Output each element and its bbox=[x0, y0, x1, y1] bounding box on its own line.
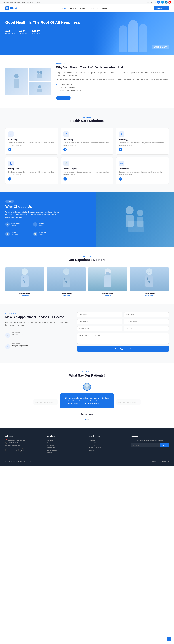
footer-link-1[interactable]: About Us bbox=[89, 439, 127, 442]
hero-image: Cardiology bbox=[92, 12, 174, 55]
doctor-card-1[interactable]: Doctor Name Department bbox=[5, 267, 44, 296]
youtube-icon[interactable]: ▶ bbox=[168, 1, 171, 4]
service-plus-3[interactable]: + bbox=[119, 148, 122, 151]
service-card-orthopedics[interactable]: ♿ Orthopedics Erat ipsum justo amet dua … bbox=[5, 157, 58, 184]
why-feature-title-4: 24 Hours bbox=[39, 232, 46, 234]
message-textarea[interactable] bbox=[77, 333, 169, 344]
footer-link-2[interactable]: Contact Us bbox=[89, 442, 127, 444]
nav-contact[interactable]: CONTACT bbox=[101, 7, 109, 9]
appointment-left: Appointment Make An Appointment To Visit… bbox=[5, 312, 71, 355]
appointment-nav-button[interactable]: Appointment bbox=[153, 6, 169, 10]
service-plus-5[interactable]: + bbox=[63, 177, 67, 180]
footer-address-col: Address 📍 123 Street, New York, USA 📞 +0… bbox=[5, 435, 43, 454]
hero-stats: 123 Expert Doctors 1234 Medical Staff 12… bbox=[5, 29, 87, 34]
newsletter-button[interactable]: Sign Up bbox=[160, 443, 169, 447]
svg-rect-28 bbox=[104, 275, 111, 287]
nav-service[interactable]: SERVICE bbox=[80, 7, 87, 9]
phone-details: Call Us Now +012 345 6789 bbox=[12, 332, 24, 339]
top-bar-right: +012 345 6789 f t in ▶ bbox=[146, 1, 171, 4]
service-card-laboratory[interactable]: Laboratory Erat ipsum justo amet dua es … bbox=[116, 157, 169, 184]
doctor-photo-inner-4 bbox=[130, 267, 169, 291]
linkedin-icon[interactable]: in bbox=[165, 1, 167, 4]
doctor-name-2: Doctor Name bbox=[47, 293, 86, 295]
about-img-top-placeholder bbox=[29, 68, 51, 81]
read-more-button[interactable]: Read More bbox=[56, 96, 71, 100]
doctor-photo-inner-2 bbox=[47, 267, 86, 291]
nav-about[interactable]: ABOUT bbox=[70, 7, 76, 9]
footer-link-5[interactable]: Support bbox=[89, 449, 127, 451]
check-icon-1: ✓ bbox=[56, 83, 58, 86]
footer-link-4[interactable]: Terms & Condition bbox=[89, 446, 127, 449]
laboratory-icon bbox=[119, 161, 124, 166]
about-content: About Us Why You Should Trust Us? Get Kn… bbox=[56, 63, 169, 100]
svg-point-26 bbox=[66, 281, 67, 283]
service-plus-2[interactable]: + bbox=[63, 148, 67, 151]
about-img-top bbox=[29, 68, 51, 81]
footer-service-3[interactable]: Neurology bbox=[47, 444, 85, 446]
footer-social: f t in ▶ bbox=[5, 448, 43, 452]
twitter-icon[interactable]: t bbox=[161, 1, 164, 4]
time-input[interactable] bbox=[124, 326, 169, 331]
svg-rect-13 bbox=[121, 163, 121, 164]
newsletter-input[interactable] bbox=[131, 443, 160, 447]
email-address: info@example.com bbox=[12, 344, 28, 347]
testimonial-dots bbox=[5, 419, 169, 420]
dental-icon: 🦷 bbox=[63, 161, 69, 166]
doctor-silhouette-icon bbox=[13, 74, 21, 90]
dot-1[interactable] bbox=[85, 419, 86, 420]
name-input[interactable] bbox=[77, 312, 122, 317]
doctor-card-2[interactable]: Doctor Name Department bbox=[47, 267, 86, 296]
service-card-pulmonary[interactable]: Pulmonary Erat ipsum justo amet dua es e… bbox=[61, 128, 113, 154]
location-icon: 📍 bbox=[5, 439, 7, 441]
footer-twitter-icon[interactable]: t bbox=[10, 448, 14, 452]
mobile-input[interactable] bbox=[77, 319, 122, 324]
footer-service-4[interactable]: Orthopedics bbox=[47, 446, 85, 449]
svg-rect-9 bbox=[38, 89, 42, 92]
book-appointment-button[interactable]: Book Appointment bbox=[77, 346, 169, 352]
footer-linkedin-icon[interactable]: in bbox=[15, 448, 19, 452]
footer-service-6[interactable]: Laboratory bbox=[47, 451, 85, 454]
footer-service-5[interactable]: Dental Surgery bbox=[47, 449, 85, 451]
footer-link-3[interactable]: Our Services bbox=[89, 444, 127, 446]
doctor-select[interactable]: Choose Doctor bbox=[124, 319, 169, 324]
service-name-1: Cardiology bbox=[8, 138, 55, 140]
footer-quicklinks-col: Quick Links About Us Contact Us Our Serv… bbox=[89, 435, 127, 454]
pulmonary-icon bbox=[63, 132, 69, 137]
footer-facebook-icon[interactable]: f bbox=[5, 448, 9, 452]
footer-service-1[interactable]: Cardiology bbox=[47, 439, 85, 442]
why-content: Features Why Choose Us Tempor erat elitr… bbox=[0, 192, 96, 247]
service-plus-4[interactable]: + bbox=[8, 177, 11, 180]
logo[interactable]: Klinik bbox=[5, 6, 18, 10]
footer-youtube-icon[interactable]: ▶ bbox=[20, 448, 24, 452]
nav-pages[interactable]: PAGES ▾ bbox=[90, 7, 98, 9]
logo-svg bbox=[6, 7, 9, 10]
email-input[interactable] bbox=[124, 312, 169, 317]
service-card-cardiology[interactable]: ♥ Cardiology Erat ipsum justo amet dua e… bbox=[5, 128, 58, 154]
service-card-dental[interactable]: 🦷 Dental Surgery Erat ipsum justo amet d… bbox=[61, 157, 113, 184]
why-title: Why Choose Us bbox=[5, 204, 90, 209]
svg-point-5 bbox=[37, 71, 40, 74]
feature-2: ✓Only Qualified Doctors bbox=[56, 86, 169, 89]
dot-3[interactable] bbox=[88, 419, 89, 420]
footer-bottom: © Your Site Name. All Rights Reserved. D… bbox=[5, 458, 169, 462]
service-name-4: Orthopedics bbox=[8, 168, 55, 170]
doctor-card-4[interactable]: Doctor Name Department bbox=[130, 267, 169, 296]
top-bar: 123 Street, New York, USA Mon - Fri: 09:… bbox=[0, 0, 174, 4]
services-label: Services bbox=[5, 116, 169, 118]
doctor-card-3[interactable]: Doctor Name Department bbox=[88, 267, 127, 296]
nav-home[interactable]: HOME bbox=[62, 7, 67, 9]
footer-service-2[interactable]: Pulmonary bbox=[47, 442, 85, 444]
doctors-label: Doctors bbox=[5, 255, 169, 257]
footer-quicklinks-list: About Us Contact Us Our Services Terms &… bbox=[89, 439, 127, 451]
about-img-tall bbox=[5, 68, 28, 96]
service-card-neurology[interactable]: Neurology Erat ipsum justo amet dua es e… bbox=[116, 128, 169, 154]
service-plus-6[interactable]: + bbox=[119, 177, 122, 180]
svg-rect-15 bbox=[120, 164, 123, 164]
brain-svg bbox=[120, 133, 123, 136]
phone-label: Call Us Now bbox=[12, 332, 24, 333]
facebook-icon[interactable]: f bbox=[157, 1, 160, 4]
dot-2[interactable] bbox=[86, 419, 88, 420]
star-icon: ★ bbox=[5, 222, 10, 226]
date-input[interactable] bbox=[77, 326, 122, 331]
service-plus-1[interactable]: + bbox=[8, 148, 11, 151]
